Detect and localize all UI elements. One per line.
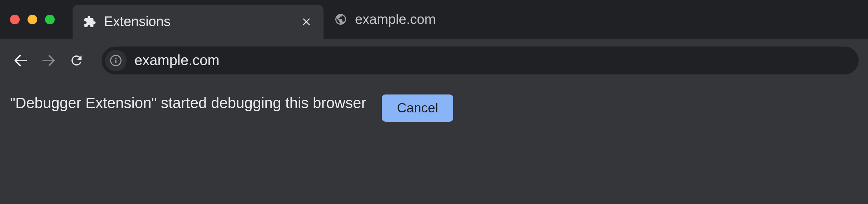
- toolbar: example.com: [0, 39, 868, 82]
- tab-title: Extensions: [104, 14, 171, 29]
- close-tab-button[interactable]: [300, 15, 313, 28]
- reload-icon: [69, 53, 84, 68]
- url-text: example.com: [134, 52, 220, 68]
- cancel-button[interactable]: Cancel: [382, 94, 453, 122]
- globe-icon: [334, 13, 347, 26]
- infobar-message: "Debugger Extension" started debugging t…: [10, 94, 366, 112]
- close-icon: [301, 17, 311, 27]
- site-info-button[interactable]: [105, 50, 127, 71]
- debugger-infobar: "Debugger Extension" started debugging t…: [0, 82, 868, 204]
- svg-rect-1: [115, 59, 116, 63]
- extension-icon: [83, 15, 96, 28]
- window-minimize-button[interactable]: [28, 15, 37, 24]
- reload-button[interactable]: [65, 49, 88, 72]
- info-icon: [110, 54, 122, 67]
- tab-strip: Extensions example.com: [0, 0, 868, 39]
- window-close-button[interactable]: [10, 15, 20, 24]
- window-controls: [10, 15, 55, 24]
- svg-rect-2: [115, 57, 116, 58]
- window-maximize-button[interactable]: [45, 15, 55, 24]
- back-button[interactable]: [9, 49, 32, 72]
- tab-title: example.com: [355, 12, 436, 27]
- forward-button[interactable]: [37, 49, 60, 72]
- arrow-left-icon: [13, 52, 29, 69]
- arrow-right-icon: [40, 52, 57, 69]
- address-bar[interactable]: example.com: [102, 47, 859, 74]
- tab-extensions[interactable]: Extensions: [73, 5, 324, 39]
- tab-example[interactable]: example.com: [324, 5, 447, 34]
